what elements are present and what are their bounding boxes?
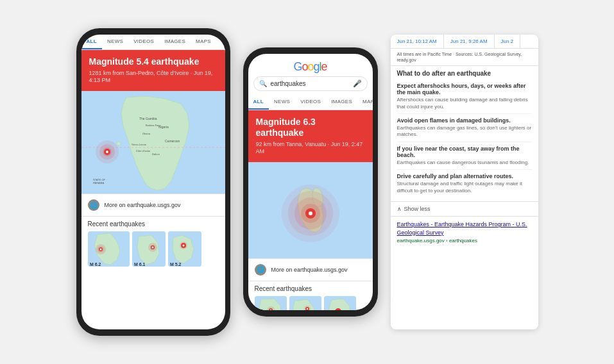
left-phone-screen: ALL NEWS VIDEOS IMAGES MAPS Magnitude 5.…	[81, 35, 225, 329]
advice-desc-1: Earthquakes can damage gas lines, so don…	[397, 125, 532, 138]
usgs-link-title[interactable]: Earthquakes - Earthquake Hazards Program…	[397, 220, 532, 236]
advice-desc-2: Earthquakes can cause dangerous tsunamis…	[397, 160, 532, 166]
svg-point-33	[182, 245, 184, 247]
advice-title-2: If you live near the coast, stay away fr…	[397, 145, 532, 158]
middle-search-tabs: ALL NEWS VIDEOS IMAGES MAPS	[248, 95, 373, 110]
show-less-label: Show less	[404, 206, 431, 212]
google-logo: Google	[248, 54, 373, 76]
middle-usgs-row[interactable]: 🌐 More on earthquake.usgs.gov	[248, 258, 373, 281]
svg-text:Nigeria: Nigeria	[158, 125, 169, 129]
middle-tab-all[interactable]: ALL	[248, 95, 269, 110]
middle-phone: Google 🔍 earthquakes 🎤 ALL NEWS VIDEOS I…	[243, 47, 378, 317]
advice-desc-3: Structural damage and traffic light outa…	[397, 181, 532, 194]
advice-title-0: Expect aftershocks hours, days, or weeks…	[397, 83, 532, 95]
left-search-tabs: ALL NEWS VIDEOS IMAGES MAPS	[81, 35, 225, 50]
search-bar[interactable]: 🔍 earthquakes 🎤	[253, 76, 368, 91]
svg-text:The Gambia: The Gambia	[139, 117, 157, 120]
middle-earthquake-title: Magnitude 6.3 earthquake	[256, 117, 365, 138]
show-less-row[interactable]: ∧ Show less	[391, 202, 538, 217]
svg-text:Ghana: Ghana	[142, 132, 151, 135]
middle-map	[248, 162, 373, 258]
advice-title-3: Drive carefully and plan alternative rou…	[397, 173, 532, 179]
middle-usgs-link: More on earthquake.usgs.gov	[271, 267, 348, 273]
time-tab-1[interactable]: Jun 21, 9:26 AM	[444, 35, 495, 48]
recent-item-1[interactable]: M 6.1	[132, 231, 166, 267]
svg-point-28	[151, 247, 153, 249]
mid-recent-0[interactable]: M 6.3	[255, 296, 287, 310]
chevron-up-icon: ∧	[397, 206, 402, 212]
left-earthquake-title: Magnitude 5.4 earthquake	[89, 56, 217, 67]
left-tab-maps[interactable]: MAPS	[191, 35, 216, 49]
svg-point-6	[106, 151, 108, 153]
svg-text:PARAIBA: PARAIBA	[93, 181, 104, 185]
mid-recent-2[interactable]: M 5.	[324, 296, 356, 310]
left-recent-section: Recent earthquakes M 6.2	[81, 217, 225, 269]
left-usgs-row[interactable]: 🌐 More on earthquake.usgs.gov	[81, 194, 225, 217]
svg-text:M 6.2: M 6.2	[90, 262, 101, 267]
right-info-panel: Jun 21, 10:12 AM Jun 21, 9:26 AM Jun 2 A…	[391, 35, 538, 329]
usgs-link-url: earthquake.usgs.gov › earthquakes	[397, 238, 532, 244]
recent-item-2[interactable]: M 5.2	[168, 231, 201, 267]
what-to-do-title: What to do after an earthquake	[397, 70, 532, 77]
time-tab-0[interactable]: Jun 21, 10:12 AM	[391, 35, 444, 48]
left-globe-icon: 🌐	[88, 199, 99, 211]
left-map: The Gambia Burkina Faso Ghana Nigeria Ca…	[81, 91, 225, 194]
svg-point-1	[117, 142, 121, 145]
left-earthquake-subtitle: 1281 km from San-Pedro, Côte d'Ivoire · …	[89, 70, 217, 85]
middle-tab-videos[interactable]: VIDEOS	[295, 95, 326, 110]
search-query: earthquakes	[271, 80, 349, 87]
middle-tab-maps[interactable]: MAPS	[357, 95, 372, 110]
left-usgs-link: More on earthquake.usgs.gov	[105, 202, 181, 208]
middle-earthquake-banner: Magnitude 6.3 earthquake 92 km from Tann…	[248, 110, 373, 162]
left-recent-title: Recent earthquakes	[88, 220, 219, 228]
left-earthquake-banner: Magnitude 5.4 earthquake 1281 km from Sa…	[81, 50, 225, 91]
recent-item-0[interactable]: M 6.2	[88, 231, 130, 267]
middle-phone-screen: Google 🔍 earthquakes 🎤 ALL NEWS VIDEOS I…	[248, 54, 373, 310]
left-recent-grid: M 6.2 M 6.1	[88, 231, 219, 267]
middle-globe-icon: 🌐	[255, 264, 266, 276]
advice-item-2: If you live near the coast, stay away fr…	[397, 142, 532, 170]
advice-item-0: Expect aftershocks hours, days, or weeks…	[397, 79, 532, 114]
left-tab-all[interactable]: ALL	[81, 35, 102, 49]
svg-text:Gabon: Gabon	[152, 153, 160, 156]
time-tab-2[interactable]: Jun 2	[495, 35, 521, 48]
middle-tab-images[interactable]: IMAGES	[326, 95, 357, 110]
svg-text:Cameroon: Cameroon	[165, 139, 180, 143]
middle-earthquake-subtitle: 92 km from Tanna, Vanuatu · Jun 19, 2:47…	[256, 141, 365, 156]
advice-title-1: Avoid open flames in damaged buildings.	[397, 117, 532, 124]
advice-item-3: Drive carefully and plan alternative rou…	[397, 170, 532, 197]
mic-icon: 🎤	[353, 79, 362, 88]
search-icon: 🔍	[259, 80, 267, 87]
middle-recent-grid: M 6.3 M 6.1	[255, 296, 366, 310]
middle-recent-section: Recent earthquakes M 6.3	[248, 281, 373, 310]
svg-text:Côte d'Ivoire: Côte d'Ivoire	[136, 149, 151, 153]
middle-tab-news[interactable]: NEWS	[269, 95, 295, 110]
svg-text:Sierra Leone: Sierra Leone	[132, 143, 147, 146]
left-phone: ALL NEWS VIDEOS IMAGES MAPS Magnitude 5.…	[76, 28, 230, 336]
time-tabs: Jun 21, 10:12 AM Jun 21, 9:26 AM Jun 2	[391, 35, 538, 49]
mid-recent-1[interactable]: M 6.1	[289, 296, 321, 310]
what-to-do-section: What to do after an earthquake Expect af…	[391, 66, 538, 202]
advice-desc-0: Aftershocks can cause building damage an…	[397, 97, 532, 110]
left-tab-videos[interactable]: VIDEOS	[128, 35, 159, 49]
link-section: Earthquakes - Earthquake Hazards Program…	[391, 217, 538, 247]
svg-text:M 5.2: M 5.2	[170, 262, 182, 267]
svg-text:M 6.1: M 6.1	[134, 262, 146, 267]
left-tab-images[interactable]: IMAGES	[159, 35, 191, 49]
svg-point-43	[309, 211, 312, 215]
middle-recent-title: Recent earthquakes	[255, 285, 366, 292]
main-container: ALL NEWS VIDEOS IMAGES MAPS Magnitude 5.…	[0, 0, 614, 364]
svg-point-22	[99, 249, 101, 251]
svg-point-52	[306, 308, 307, 310]
advice-item-1: Avoid open flames in damaged buildings. …	[397, 114, 532, 142]
sources-text: All times are in Pacific Time · Sources:…	[391, 49, 538, 66]
left-tab-news[interactable]: NEWS	[102, 35, 128, 49]
